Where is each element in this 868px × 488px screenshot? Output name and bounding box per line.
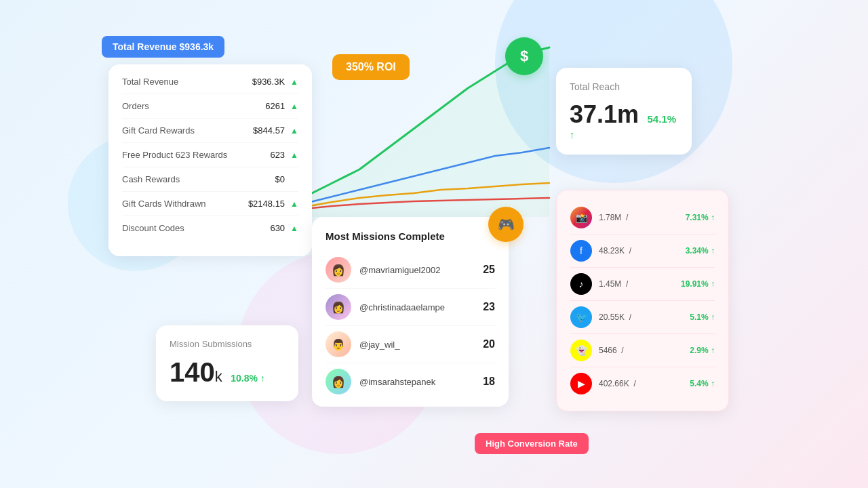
mission-count: 25: [483, 264, 495, 276]
social-row: f 48.23K / 3.34% ↑: [570, 235, 715, 268]
up-arrow-icon: ▲: [290, 77, 298, 87]
social-value: 402.66K /: [599, 379, 686, 388]
social-value: 48.23K /: [599, 246, 681, 256]
social-row: ♪ 1.45M / 19.91% ↑: [570, 268, 715, 301]
revenue-label: Orders: [122, 101, 265, 111]
snapchat-icon: 👻: [570, 340, 592, 361]
mission-count: 18: [483, 375, 495, 388]
social-pct: 5.4% ↑: [686, 379, 715, 388]
mission-row: 👩 @mavriamiguel2002 25: [326, 251, 495, 289]
mission-rows-container: 👩 @mavriamiguel2002 25 👩 @christinadaael…: [326, 251, 495, 400]
social-row: 👻 5466 / 2.9% ↑: [570, 334, 715, 367]
revenue-label: Gift Card Rewards: [122, 125, 253, 136]
facebook-icon: f: [570, 240, 592, 262]
revenue-row: Total Revenue $936.3K ▲: [122, 70, 298, 94]
revenue-value-cell: 6261: [265, 101, 285, 111]
revenue-row: Cash Rewards $0: [122, 167, 298, 192]
social-value: 1.45M /: [599, 279, 676, 289]
up-arrow-icon: ▲: [290, 102, 298, 111]
social-row: 🐦 20.55K / 5.1% ↑: [570, 301, 715, 334]
instagram-icon: 📸: [570, 207, 592, 228]
reach-card: Total Reach 37.1m 54.1% ↑: [556, 68, 692, 155]
revenue-value-cell: $936.3K: [252, 77, 285, 87]
social-pct: 19.91% ↑: [676, 279, 715, 289]
roi-badge: 350% ROI: [332, 54, 410, 80]
mission-row: 👨 @jay_wil_ 20: [326, 326, 495, 363]
up-arrow-icon: ▲: [290, 224, 298, 233]
missions-pct: 10.8% ↑: [231, 373, 265, 384]
conversion-badge: High Conversion Rate: [475, 433, 589, 454]
missions-card: Mission Submissions 140k 10.8% ↑: [156, 325, 298, 401]
revenue-value-cell: $2148.15: [248, 199, 285, 209]
reach-title: Total Reach: [570, 81, 678, 92]
revenue-label: Free Product 623 Rewards: [122, 150, 270, 160]
social-pct: 3.34% ↑: [681, 246, 715, 256]
gamepad-icon: 🎮: [488, 207, 524, 242]
revenue-table: Total Revenue $936.3K ▲ Orders 6261 ▲ Gi…: [108, 64, 312, 245]
avatar: 👩: [326, 294, 351, 320]
revenue-value-cell: $0: [275, 174, 285, 184]
social-row: 📸 1.78M / 7.31% ↑: [570, 201, 715, 235]
social-pct: 2.9% ↑: [686, 346, 715, 355]
revenue-label: Gift Cards Withdrawn: [122, 199, 248, 209]
mission-username: @mavriamiguel2002: [359, 265, 483, 275]
missions-value: 140: [170, 357, 215, 387]
most-missions-card: Most Missions Complete 👩 @mavriamiguel20…: [312, 217, 509, 407]
dollar-icon: $: [505, 37, 543, 75]
revenue-value-cell: $844.57: [253, 125, 285, 136]
avatar: 👨: [326, 331, 351, 357]
revenue-value-cell: 623: [270, 150, 285, 160]
mission-row: 👩 @imsarahstepanek 18: [326, 363, 495, 400]
social-card: 📸 1.78M / 7.31% ↑ f 48.23K / 3.34% ↑ ♪ 1…: [556, 190, 729, 411]
mission-username: @jay_wil_: [359, 340, 483, 350]
mission-username: @imsarahstepanek: [359, 377, 483, 387]
youtube-icon: ▶: [570, 373, 592, 394]
revenue-card: Total Revenue $936.3k Total Revenue $936…: [108, 64, 312, 256]
revenue-row: Gift Card Rewards $844.57 ▲: [122, 119, 298, 143]
tiktok-icon: ♪: [570, 273, 592, 295]
mission-username: @christinadaaelampe: [359, 302, 483, 312]
revenue-badge: Total Revenue $936.3k: [102, 36, 224, 58]
up-arrow-icon: ▲: [290, 199, 298, 209]
twitter-icon: 🐦: [570, 306, 592, 328]
social-pct: 5.1% ↑: [686, 312, 715, 322]
revenue-row: Free Product 623 Rewards 623 ▲: [122, 143, 298, 167]
reach-value: 37.1m: [570, 100, 639, 128]
revenue-label: Total Revenue: [122, 77, 252, 87]
revenue-row: Orders 6261 ▲: [122, 94, 298, 119]
up-arrow-icon: ▲: [290, 150, 298, 160]
avatar: 👩: [326, 369, 351, 394]
most-missions-title: Most Missions Complete: [326, 230, 495, 242]
mission-count: 20: [483, 338, 495, 350]
up-arrow-icon: ▲: [290, 126, 298, 136]
social-row: ▶ 402.66K / 5.4% ↑: [570, 367, 715, 400]
social-value: 20.55K /: [599, 312, 686, 322]
revenue-row: Discount Codes 630 ▲: [122, 216, 298, 240]
social-pct: 7.31% ↑: [681, 213, 715, 222]
missions-title: Mission Submissions: [170, 339, 285, 349]
revenue-label: Discount Codes: [122, 223, 270, 233]
social-value: 1.78M /: [599, 213, 681, 222]
revenue-row: Gift Cards Withdrawn $2148.15 ▲: [122, 192, 298, 216]
mission-count: 23: [483, 301, 495, 313]
avatar: 👩: [326, 257, 351, 283]
revenue-value-cell: 630: [270, 223, 285, 233]
revenue-label: Cash Rewards: [122, 174, 275, 184]
missions-sub: k: [215, 368, 222, 385]
mission-row: 👩 @christinadaaelampe 23: [326, 289, 495, 326]
social-value: 5466 /: [599, 346, 686, 355]
